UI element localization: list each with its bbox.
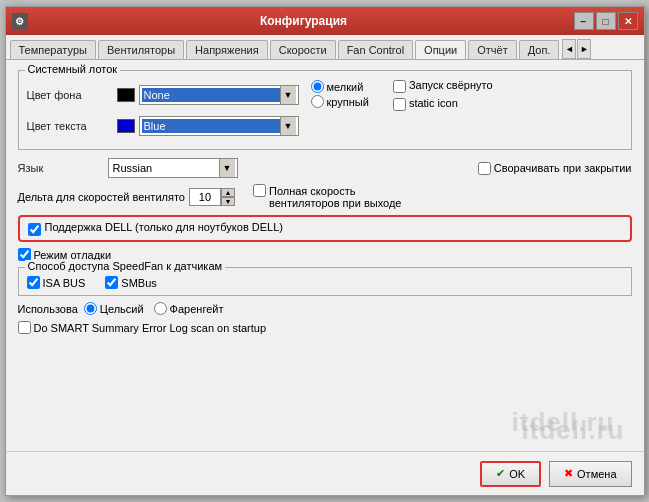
bg-color-swatch [117,88,135,102]
delta-label: Дельта для скоростей вентилято [18,191,185,203]
full-speed-label2: вентиляторов при выходе [269,197,401,209]
bg-color-value: None [142,88,280,102]
text-color-combo[interactable]: Blue ▼ [139,116,299,136]
dell-support-checkbox[interactable] [28,223,41,236]
main-window: ⚙ Конфигурация − □ ✕ Температуры Вентиля… [5,6,645,496]
close-button[interactable]: ✕ [618,12,638,30]
cancel-icon: ✖ [564,467,573,480]
ok-button[interactable]: ✔ OK [480,461,541,487]
system-tray-title: Системный лоток [25,63,121,75]
tab-report[interactable]: Отчёт [468,40,516,59]
tab-prev-button[interactable]: ◄ [562,39,576,59]
bottom-bar: itdell.ru ✔ OK ✖ Отмена [6,451,644,495]
language-label: Язык [18,162,108,174]
minimize-close-checkbox[interactable] [478,162,491,175]
static-icon-checkbox[interactable] [393,98,406,111]
access-method-group: Способ доступа SpeedFan к датчикам ISA B… [18,267,632,296]
full-speed-exit-checkbox[interactable] [253,184,266,197]
large-radio-row: крупный [311,95,369,108]
text-color-row: Цвет текста Blue ▼ [27,116,623,136]
celsius-label: Цельсий [100,303,144,315]
content-area: Системный лоток Цвет фона None ▼ [6,60,644,451]
smb-label: SMBus [121,277,156,289]
launch-minimized-label: Запуск свёрнуто [409,79,493,91]
large-radio-label: крупный [327,96,369,108]
smb-checkbox[interactable] [105,276,118,289]
tab-fan-control[interactable]: Fan Control [338,40,413,59]
tab-speeds[interactable]: Скорости [270,40,336,59]
app-icon: ⚙ [12,13,28,29]
minimize-button[interactable]: − [574,12,594,30]
small-radio-row: мелкий [311,80,369,93]
tab-bar: Температуры Вентиляторы Напряжения Скоро… [6,35,644,60]
tab-voltages[interactable]: Напряжения [186,40,268,59]
static-icon-label: static icon [409,97,458,109]
ok-icon: ✔ [496,467,505,480]
launch-minimized-row: Запуск свёрнуто [393,79,493,93]
language-value: Russian [111,161,219,175]
delta-up-arrow[interactable]: ▲ [221,188,235,197]
access-method-title: Способ доступа SpeedFan к датчикам [25,260,226,272]
maximize-button[interactable]: □ [596,12,616,30]
large-radio[interactable] [311,95,324,108]
temperature-label: Использова [18,303,78,315]
full-speed-label: Полная скорость [269,185,355,197]
delta-row: Дельта для скоростей вентилято 10 ▲ ▼ По… [18,184,632,209]
window-title: Конфигурация [34,14,574,28]
tab-options[interactable]: Опции [415,40,466,60]
fahrenheit-radio[interactable] [154,302,167,315]
bg-color-combo[interactable]: None ▼ [139,85,299,105]
tab-next-button[interactable]: ► [577,39,591,59]
language-row: Язык Russian ▼ Сворачивать при закрытии [18,158,632,178]
tab-fans[interactable]: Вентиляторы [98,40,184,59]
bg-color-arrow[interactable]: ▼ [280,86,296,104]
small-radio[interactable] [311,80,324,93]
debug-mode-label: Режим отладки [34,249,112,261]
dell-support-box: Поддержка DELL (только для ноутбуков DEL… [18,215,632,242]
cancel-label: Отмена [577,468,616,480]
system-tray-group: Системный лоток Цвет фона None ▼ [18,70,632,150]
isa-bus-checkbox[interactable] [27,276,40,289]
language-combo[interactable]: Russian ▼ [108,158,238,178]
delta-down-arrow[interactable]: ▼ [221,197,235,206]
language-arrow[interactable]: ▼ [219,159,235,177]
title-bar: ⚙ Конфигурация − □ ✕ [6,7,644,35]
cancel-button[interactable]: ✖ Отмена [549,461,631,487]
smart-checkbox[interactable] [18,321,31,334]
isa-bus-label: ISA BUS [43,277,86,289]
text-color-arrow[interactable]: ▼ [280,117,296,135]
bg-color-row: Цвет фона None ▼ мелкий [27,79,623,111]
window-controls: − □ ✕ [574,12,638,30]
size-radio-group: мелкий крупный [311,80,369,110]
fahrenheit-label: Фаренгейт [170,303,224,315]
celsius-radio[interactable] [84,302,97,315]
bg-color-label: Цвет фона [27,89,117,101]
small-radio-label: мелкий [327,81,364,93]
text-color-swatch [117,119,135,133]
text-color-value: Blue [142,119,280,133]
ok-label: OK [509,468,525,480]
text-color-label: Цвет текста [27,120,117,132]
launch-minimized-checkbox[interactable] [393,80,406,93]
static-icon-row: static icon [393,97,493,111]
dell-support-label: Поддержка DELL (только для ноутбуков DEL… [45,221,283,233]
tab-extra[interactable]: Доп. [519,40,560,59]
minimize-close-label: Сворачивать при закрытии [494,162,632,174]
delta-spinbox[interactable]: 10 [189,188,221,206]
smart-label: Do SMART Summary Error Log scan on start… [34,322,267,334]
tab-temperatures[interactable]: Температуры [10,40,96,59]
